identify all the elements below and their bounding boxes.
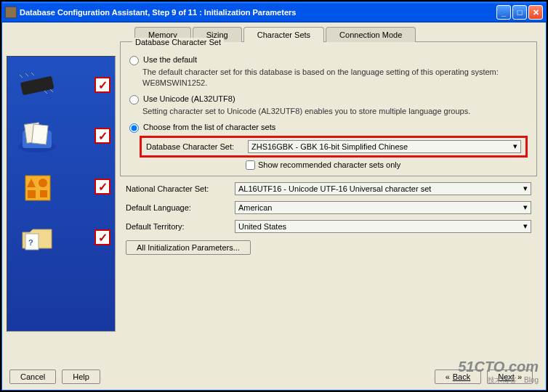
show-recommended-row[interactable]: Show recommended character sets only [246, 160, 528, 170]
folder-help-icon: ? [12, 219, 63, 256]
svg-rect-0 [20, 76, 55, 96]
main-panel: Memory Sizing Character Sets Connection … [116, 27, 541, 385]
default-language-select[interactable]: American [235, 201, 531, 214]
national-charset-label: National Character Set: [126, 184, 235, 193]
wizard-step-2: ✓ [12, 115, 110, 157]
default-territory-row: Default Territory: United States [120, 220, 537, 233]
back-arrow-icon: « [446, 372, 450, 381]
window-title: Database Configuration Assistant, Step 9… [20, 8, 496, 17]
wizard-step-1: ✓ [12, 64, 110, 106]
svg-rect-13 [28, 190, 36, 198]
tab-character-sets[interactable]: Character Sets [243, 27, 324, 42]
svg-marker-14 [40, 190, 47, 197]
app-icon [5, 7, 17, 18]
shapes-icon [12, 168, 63, 205]
wizard-sidebar: ✓ ✓ ✓ ? ✓ [7, 56, 116, 332]
minimize-button[interactable]: _ [496, 5, 511, 20]
national-charset-select[interactable]: AL16UTF16 - Unicode UTF-16 Universal cha… [235, 182, 531, 195]
check-icon: ✓ [94, 77, 110, 93]
national-charset-row: National Character Set: AL16UTF16 - Unic… [120, 182, 537, 195]
svg-line-3 [31, 73, 34, 75]
window-controls: _ □ ✕ [496, 5, 543, 20]
content-area: ✓ ✓ ✓ ? ✓ Memor [2, 23, 546, 390]
radio-input-unicode[interactable] [129, 95, 139, 105]
app-window: Database Configuration Assistant, Step 9… [1, 1, 547, 391]
close-button[interactable]: ✕ [528, 5, 543, 20]
default-language-label: Default Language: [126, 203, 235, 212]
radio-use-unicode[interactable]: Use Unicode (AL32UTF8) [129, 94, 528, 105]
radio-label-default: Use the default [143, 55, 197, 64]
svg-line-5 [44, 91, 47, 94]
check-icon: ✓ [94, 128, 110, 144]
radio-input-default[interactable] [129, 56, 139, 65]
check-icon: ✓ [94, 179, 110, 195]
wizard-step-3: ✓ [12, 166, 110, 208]
desc-unicode: Setting character set to Unicode (AL32UT… [142, 106, 528, 117]
default-language-row: Default Language: American [120, 201, 537, 214]
all-init-params-button[interactable]: All Initialization Parameters... [126, 240, 251, 255]
default-language-value: American [238, 203, 272, 212]
watermark-big: 51CTO.com [458, 359, 539, 375]
check-icon: ✓ [94, 229, 110, 245]
svg-point-12 [39, 179, 47, 187]
watermark-small: 技术博客 Blog [458, 375, 539, 385]
radio-label-unicode: Use Unicode (AL32UTF8) [143, 94, 235, 103]
national-charset-value: AL16UTF16 - Unicode UTF-16 Universal cha… [238, 184, 431, 193]
desc-default: The default character set for this datab… [142, 67, 528, 89]
svg-text:?: ? [28, 238, 33, 247]
svg-line-4 [50, 89, 53, 92]
radio-input-choose[interactable] [129, 123, 139, 133]
titlebar: Database Configuration Assistant, Step 9… [2, 2, 546, 23]
cancel-button[interactable]: Cancel [9, 369, 56, 384]
show-recommended-label: Show recommended character sets only [258, 160, 400, 169]
db-charset-highlight: Database Character Set: ZHS16GBK - GBK 1… [140, 136, 528, 158]
db-charset-select[interactable]: ZHS16GBK - GBK 16-bit Simplified Chinese [248, 140, 521, 153]
documents-icon [12, 118, 63, 154]
tab-connection-mode[interactable]: Connection Mode [326, 27, 416, 42]
radio-use-default[interactable]: Use the default [129, 55, 528, 65]
db-charset-label: Database Character Set: [146, 142, 248, 151]
maximize-button[interactable]: □ [512, 5, 527, 20]
charset-fieldset: Database Character Set Use the default T… [120, 41, 537, 176]
default-territory-label: Default Territory: [126, 222, 235, 231]
wizard-step-4: ? ✓ [12, 216, 110, 258]
fieldset-legend: Database Character Set [132, 38, 224, 46]
help-button[interactable]: Help [62, 369, 100, 384]
radio-label-choose: Choose from the list of character sets [143, 123, 275, 131]
radio-choose-list[interactable]: Choose from the list of character sets [129, 123, 528, 133]
default-territory-value: United States [238, 222, 286, 231]
watermark: 51CTO.com 技术博客 Blog [458, 359, 539, 385]
chip-icon [12, 67, 63, 103]
svg-line-2 [25, 73, 28, 76]
svg-line-1 [20, 75, 23, 78]
show-recommended-checkbox[interactable] [246, 160, 255, 170]
default-territory-select[interactable]: United States [235, 220, 531, 233]
svg-rect-9 [32, 124, 49, 144]
db-charset-value: ZHS16GBK - GBK 16-bit Simplified Chinese [251, 142, 408, 151]
